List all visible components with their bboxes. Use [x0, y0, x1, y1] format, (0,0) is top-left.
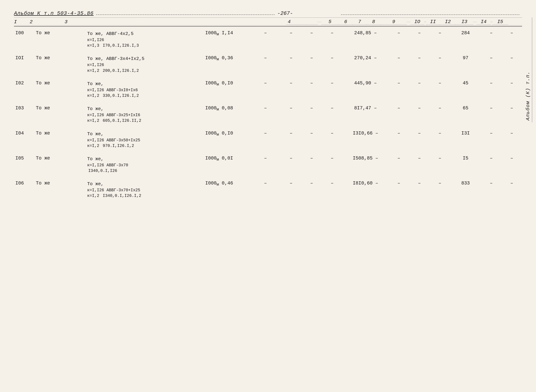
row-104-col12: – — [430, 130, 450, 149]
row-106-col15: – — [501, 180, 522, 199]
row-103-col8: – — [322, 105, 342, 124]
row-103-col4: I000м 0,08 — [204, 105, 250, 124]
row-105-col10: – — [389, 155, 409, 174]
row-100-col7: – — [301, 30, 322, 49]
row-102-col7: – — [301, 80, 322, 99]
row-104-col13: I3I — [450, 130, 481, 149]
row-102-col13: 45 — [450, 80, 481, 99]
row-106-col8: – — [322, 180, 342, 199]
row-100-col12: – — [430, 30, 450, 49]
row-105-col4: I000м 0,0I — [204, 155, 250, 174]
row-100-col3: То же, АВВГ-4х2,5 к=I,I26 к=I,3 I70,0.I,… — [86, 30, 204, 49]
row-102-col10: – — [389, 80, 409, 99]
col-header-2: 2 — [28, 19, 63, 25]
row-105-col6: – — [281, 155, 301, 174]
row-103-col6: – — [281, 105, 301, 124]
col-header-15: I5 — [492, 19, 508, 25]
row-105-col2: То же — [35, 155, 86, 174]
row-103-col11: – — [409, 105, 430, 124]
row-100-col6: – — [281, 30, 301, 49]
row-101-col2: То же — [35, 55, 86, 74]
row-102-col4: I000м 0,I0 — [204, 80, 250, 99]
row-id-102: I02 — [14, 80, 35, 99]
row-103-col7: – — [301, 105, 322, 124]
row-105-col13: I5 — [450, 155, 481, 174]
row-102-col15: – — [501, 80, 522, 99]
col-header-4: 4 — [286, 19, 318, 25]
row-104-col4: I000м 0,I0 — [204, 130, 250, 149]
row-103-col10: – — [389, 105, 409, 124]
row-106-col6: – — [281, 180, 301, 199]
row-id-104: I04 — [14, 130, 35, 149]
table-row: I05 То же То же, к=I,I26 АВВГ-3х70 I340,… — [14, 155, 522, 174]
row-103-col3: То же, к=I,I26 АВВГ-3х25+IхI6 к=I,2 605,… — [86, 105, 204, 124]
col-header-13: I3 — [456, 19, 473, 25]
row-104-col10: – — [389, 130, 409, 149]
row-103-col13: 65 — [450, 105, 481, 124]
row-106-col3: То же, к=I,I26 АВВГ-3х70+Iх25 к=I,2 I340… — [86, 180, 204, 199]
row-id-101: IOI — [14, 55, 35, 74]
row-103-col5: – — [250, 105, 281, 124]
header-area: Альбом К т.п 503-4-35.86 -267- I 2 3 4 5… — [14, 10, 522, 27]
row-101-col11: – — [409, 55, 430, 74]
row-101-col13: 97 — [450, 55, 481, 74]
col-header-3: 3 — [63, 19, 286, 25]
row-105-col12: – — [430, 155, 450, 174]
row-id-100: I00 — [14, 30, 35, 49]
row-103-col12: – — [430, 105, 450, 124]
row-104-col3: То же, к=I,I26 АВВГ-3х50+Iх25 к=I,2 970.… — [86, 130, 204, 149]
row-100-col5: – — [250, 30, 281, 49]
row-101-col4: I000м 0,36 — [204, 55, 250, 74]
row-100-col2: То же — [35, 30, 86, 49]
row-id-106: I06 — [14, 180, 35, 199]
col-header-6: 6 — [339, 19, 353, 25]
row-id-105: I05 — [14, 155, 35, 174]
row-105-col9: I508,85 – — [342, 155, 389, 174]
row-100-col4: I000м I,I4 — [204, 30, 250, 49]
row-102-col3: То же, к=I,I26 АВВГ-3хI0+Iх6 к=I,2 330,0… — [86, 80, 204, 99]
page-number: -267- — [277, 10, 293, 16]
row-106-col2: То же — [35, 180, 86, 199]
row-102-col11: – — [409, 80, 430, 99]
row-101-col15: – — [501, 55, 522, 74]
right-vertical-text: Альбом (К) т.п. — [524, 18, 532, 122]
row-106-col9: I8I0,60 – — [342, 180, 389, 199]
row-102-col5: – — [250, 80, 281, 99]
row-106-col10: – — [389, 180, 409, 199]
row-102-col12: – — [430, 80, 450, 99]
row-105-col11: – — [409, 155, 430, 174]
row-101-col14: – — [481, 55, 502, 74]
row-104-col2: То же — [35, 130, 86, 149]
album-title: Альбом К т.п 503-4-35.86 — [14, 10, 94, 16]
row-id-103: I03 — [14, 105, 35, 124]
page-container: Альбом К т.п 503-4-35.86 -267- I 2 3 4 5… — [0, 0, 536, 392]
row-101-col6: – — [281, 55, 301, 74]
table-row: I03 То же То же, к=I,I26 АВВГ-3х25+IхI6 … — [14, 105, 522, 124]
row-104-col15: – — [501, 130, 522, 149]
table-row: I00 То же То же, АВВГ-4х2,5 к=I,I26 к=I,… — [14, 30, 522, 49]
row-102-col8: – — [322, 80, 342, 99]
row-104-col7: – — [301, 130, 322, 149]
row-101-col8: – — [322, 55, 342, 74]
row-102-col9: 445,90 – — [342, 80, 389, 99]
row-100-col11: – — [409, 30, 430, 49]
row-100-col15: – — [501, 30, 522, 49]
row-103-col14: – — [481, 105, 502, 124]
col-header-7: 7 — [353, 19, 367, 25]
row-106-col7: – — [301, 180, 322, 199]
row-105-col14: – — [481, 155, 502, 174]
col-header-14: I4 — [477, 19, 491, 25]
table-row: I02 То же То же, к=I,I26 АВВГ-3хI0+Iх6 к… — [14, 80, 522, 99]
row-104-col6: – — [281, 130, 301, 149]
row-102-col14: – — [481, 80, 502, 99]
row-100-col9: 248,85 – — [342, 30, 389, 49]
row-103-col15: – — [501, 105, 522, 124]
col-header-9: 9 — [381, 19, 407, 25]
row-106-col4: I000м 0,46 — [204, 180, 250, 199]
col-header-5: 5 — [321, 19, 339, 25]
table-row: IOI То же То же, АВВГ-3х4+Iх2,5 к=I,I26 … — [14, 55, 522, 74]
col-header-10: IO — [410, 19, 424, 25]
row-104-col5: – — [250, 130, 281, 149]
row-106-col11: – — [409, 180, 430, 199]
row-104-col11: – — [409, 130, 430, 149]
